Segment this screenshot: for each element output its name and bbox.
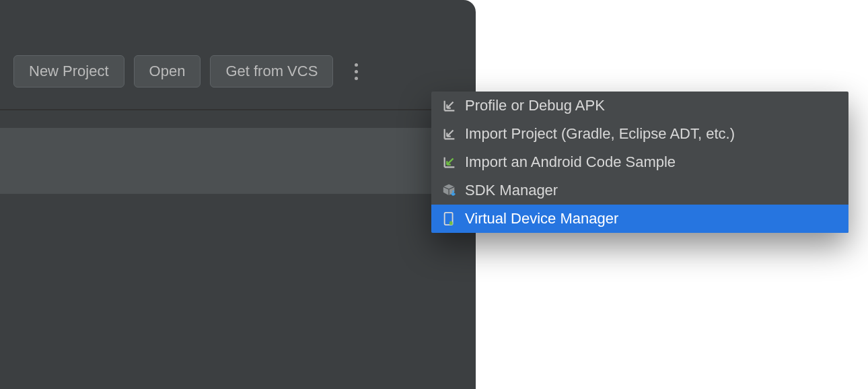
toolbar-separator bbox=[0, 109, 476, 110]
menu-item-label: Profile or Debug APK bbox=[465, 97, 605, 114]
menu-item-label: Virtual Device Manager bbox=[465, 210, 618, 227]
import-arrow-icon bbox=[442, 98, 457, 113]
recent-row-placeholder bbox=[0, 128, 476, 194]
menu-item-import-project[interactable]: Import Project (Gradle, Eclipse ADT, etc… bbox=[431, 120, 848, 148]
menu-item-virtual-device-manager[interactable]: Virtual Device Manager bbox=[431, 205, 848, 233]
import-android-icon bbox=[442, 155, 457, 170]
menu-item-label: Import Project (Gradle, Eclipse ADT, etc… bbox=[465, 125, 735, 143]
toolbar: New Project Open Get from VCS bbox=[0, 0, 476, 87]
more-actions-menu: Profile or Debug APK Import Project (Gra… bbox=[431, 92, 848, 233]
dot-icon bbox=[355, 77, 358, 80]
get-from-vcs-button[interactable]: Get from VCS bbox=[210, 55, 333, 87]
menu-item-sdk-manager[interactable]: SDK Manager bbox=[431, 176, 848, 205]
open-button[interactable]: Open bbox=[134, 55, 201, 87]
welcome-window: New Project Open Get from VCS bbox=[0, 0, 476, 389]
menu-item-label: Import an Android Code Sample bbox=[465, 153, 676, 171]
new-project-button[interactable]: New Project bbox=[13, 55, 124, 87]
menu-item-label: SDK Manager bbox=[465, 182, 558, 199]
sdk-box-icon bbox=[442, 183, 457, 198]
more-actions-button[interactable] bbox=[347, 58, 365, 85]
dot-icon bbox=[355, 63, 358, 67]
import-arrow-icon bbox=[442, 127, 457, 141]
menu-item-import-sample[interactable]: Import an Android Code Sample bbox=[431, 148, 848, 176]
dot-icon bbox=[355, 70, 358, 73]
menu-item-profile-debug-apk[interactable]: Profile or Debug APK bbox=[431, 92, 848, 120]
device-manager-icon bbox=[442, 211, 457, 226]
